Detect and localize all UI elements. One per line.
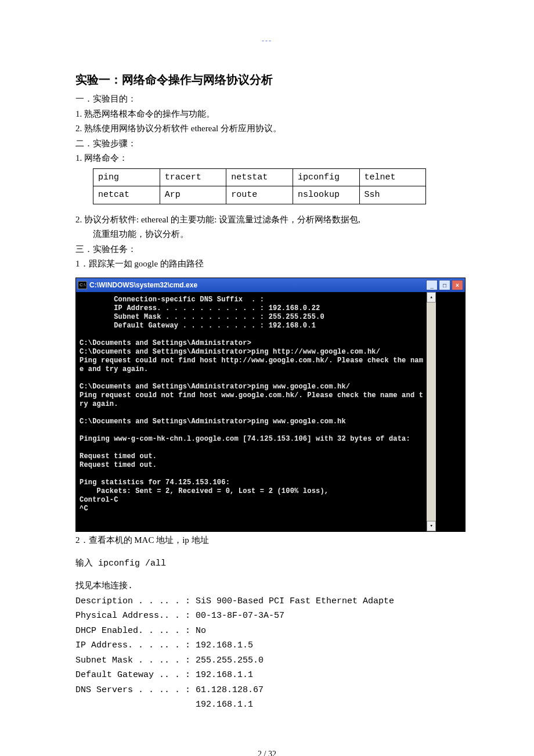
ipconfig-command: 输入 ipconfig /all <box>75 556 459 571</box>
cmd-cell: ipconfig <box>293 168 359 186</box>
scroll-down-button[interactable]: ▾ <box>427 521 436 531</box>
task-item-1: 1．跟踪某一如 google 的路由路径 <box>75 257 459 272</box>
purpose-item-2: 2. 熟练使用网络协议分析软件 ethereal 分析应用协议。 <box>75 121 459 136</box>
cmd-title-text: C:\WINDOWS\system32\cmd.exe <box>89 279 197 291</box>
cmd-cell: netcat <box>93 186 160 204</box>
steps-item-2-line1: 2. 协议分析软件: ethereal 的主要功能: 设置流量过滤条件，分析网络… <box>75 213 459 228</box>
section-steps-heading: 二．实验步骤： <box>75 136 459 152</box>
cmd-window: C:\ C:\WINDOWS\system32\cmd.exe _ □ × Co… <box>75 278 466 532</box>
page-title: 实验一：网络命令操作与网络协议分析 <box>75 70 459 89</box>
cmd-cell: netstat <box>226 168 293 186</box>
close-button[interactable]: × <box>452 280 463 290</box>
cmd-icon: C:\ <box>78 281 87 289</box>
cmd-cell: tracert <box>160 168 226 186</box>
cmd-cell: Arp <box>160 186 226 204</box>
scroll-up-button[interactable]: ▴ <box>427 292 436 303</box>
cmd-cell: route <box>226 186 293 204</box>
section-purpose-heading: 一．实验目的： <box>75 92 459 107</box>
terminal-output[interactable]: Connection-specific DNS Suffix . : IP Ad… <box>76 292 427 531</box>
minimize-button[interactable]: _ <box>426 280 438 290</box>
purpose-item-1: 1. 熟悉网络根本命令的操作与功能。 <box>75 107 459 122</box>
section-tasks-heading: 三．实验任务： <box>75 242 459 257</box>
cmd-titlebar[interactable]: C:\ C:\WINDOWS\system32\cmd.exe _ □ × <box>76 278 465 292</box>
header-mark: --- <box>75 35 459 46</box>
cmd-cell: nslookup <box>293 186 359 204</box>
ipconfig-output: 找见本地连接. Description . . .. . : SiS 900-B… <box>75 579 459 712</box>
steps-item-1: 1. 网络命令： <box>75 151 459 166</box>
cmd-cell: Ssh <box>359 186 426 204</box>
table-row: ping tracert netstat ipconfig telnet <box>93 168 426 186</box>
scrollbar[interactable]: ▴ ▾ <box>427 292 436 531</box>
task-item-2: 2．查看本机的 MAC 地址，ip 地址 <box>75 533 459 548</box>
steps-item-2-line2: 流重组功能，协议分析。 <box>93 227 459 242</box>
cmd-cell: ping <box>93 168 160 186</box>
maximize-button[interactable]: □ <box>439 280 450 290</box>
page-footer: 2 / 32 <box>75 747 459 756</box>
cmd-cell: telnet <box>359 168 426 186</box>
commands-table: ping tracert netstat ipconfig telnet net… <box>93 168 426 204</box>
table-row: netcat Arp route nslookup Ssh <box>93 186 426 204</box>
